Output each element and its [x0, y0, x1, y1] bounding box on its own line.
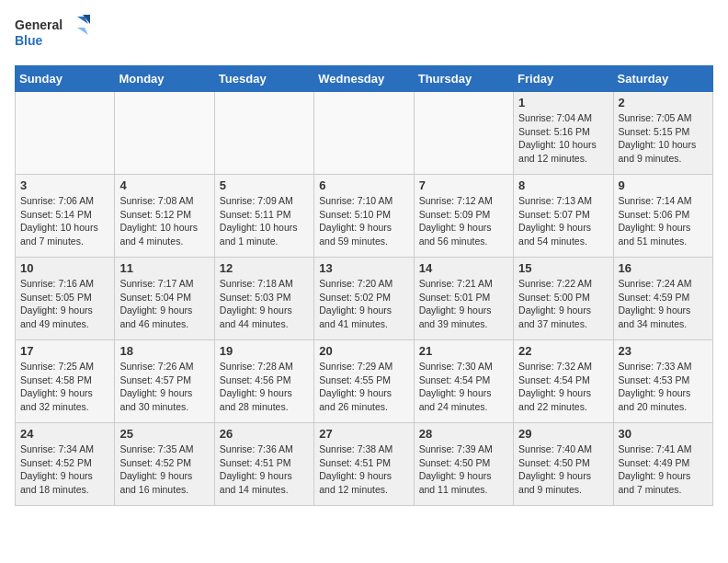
day-number: 27: [319, 427, 408, 441]
calendar-cell: [314, 92, 414, 175]
weekday-header-friday: Friday: [514, 66, 613, 92]
calendar-cell: 23Sunrise: 7:33 AM Sunset: 4:53 PM Dayli…: [613, 340, 712, 423]
day-number: 21: [419, 344, 508, 358]
calendar-cell: [414, 92, 513, 175]
calendar-cell: 2Sunrise: 7:05 AM Sunset: 5:15 PM Daylig…: [613, 92, 712, 175]
calendar-cell: 19Sunrise: 7:28 AM Sunset: 4:56 PM Dayli…: [214, 340, 313, 423]
day-number: 28: [419, 427, 508, 441]
calendar-cell: 22Sunrise: 7:32 AM Sunset: 4:54 PM Dayli…: [514, 340, 613, 423]
day-info: Sunrise: 7:41 AM Sunset: 4:49 PM Dayligh…: [619, 442, 708, 497]
calendar-cell: 7Sunrise: 7:12 AM Sunset: 5:09 PM Daylig…: [414, 175, 513, 258]
day-info: Sunrise: 7:08 AM Sunset: 5:12 PM Dayligh…: [119, 194, 209, 248]
calendar-cell: [214, 92, 313, 175]
calendar-cell: 26Sunrise: 7:36 AM Sunset: 4:51 PM Dayli…: [214, 423, 313, 506]
svg-marker-4: [77, 28, 88, 35]
day-number: 23: [619, 344, 708, 358]
day-info: Sunrise: 7:18 AM Sunset: 5:03 PM Dayligh…: [220, 277, 309, 331]
day-info: Sunrise: 7:34 AM Sunset: 4:52 PM Dayligh…: [20, 442, 109, 497]
logo-svg: General Blue: [15, 15, 97, 56]
day-info: Sunrise: 7:38 AM Sunset: 4:51 PM Dayligh…: [319, 442, 408, 497]
calendar-cell: 3Sunrise: 7:06 AM Sunset: 5:14 PM Daylig…: [16, 175, 115, 258]
page-header: General Blue: [15, 15, 713, 56]
day-number: 17: [20, 344, 109, 358]
weekday-header-wednesday: Wednesday: [314, 66, 414, 92]
weekday-header-thursday: Thursday: [414, 66, 513, 92]
calendar-cell: 24Sunrise: 7:34 AM Sunset: 4:52 PM Dayli…: [16, 423, 115, 506]
day-info: Sunrise: 7:14 AM Sunset: 5:06 PM Dayligh…: [619, 194, 708, 248]
day-info: Sunrise: 7:33 AM Sunset: 4:53 PM Dayligh…: [619, 360, 708, 414]
calendar-cell: 8Sunrise: 7:13 AM Sunset: 5:07 PM Daylig…: [514, 175, 613, 258]
calendar-cell: 9Sunrise: 7:14 AM Sunset: 5:06 PM Daylig…: [613, 175, 712, 258]
day-info: Sunrise: 7:26 AM Sunset: 4:57 PM Dayligh…: [119, 360, 209, 414]
calendar-cell: 28Sunrise: 7:39 AM Sunset: 4:50 PM Dayli…: [414, 423, 513, 506]
calendar-cell: 25Sunrise: 7:35 AM Sunset: 4:52 PM Dayli…: [115, 423, 214, 506]
calendar-cell: 5Sunrise: 7:09 AM Sunset: 5:11 PM Daylig…: [214, 175, 313, 258]
calendar-cell: 12Sunrise: 7:18 AM Sunset: 5:03 PM Dayli…: [214, 258, 313, 340]
day-info: Sunrise: 7:29 AM Sunset: 4:55 PM Dayligh…: [319, 360, 408, 414]
day-number: 16: [619, 261, 708, 275]
day-info: Sunrise: 7:04 AM Sunset: 5:16 PM Dayligh…: [518, 111, 608, 166]
calendar-cell: 29Sunrise: 7:40 AM Sunset: 4:50 PM Dayli…: [514, 423, 613, 506]
day-number: 20: [319, 344, 408, 358]
svg-text:Blue: Blue: [15, 33, 43, 48]
weekday-header-saturday: Saturday: [613, 66, 712, 92]
calendar-cell: 17Sunrise: 7:25 AM Sunset: 4:58 PM Dayli…: [16, 340, 115, 423]
day-number: 6: [319, 178, 408, 192]
calendar-cell: 15Sunrise: 7:22 AM Sunset: 5:00 PM Dayli…: [514, 258, 613, 340]
calendar-cell: 27Sunrise: 7:38 AM Sunset: 4:51 PM Dayli…: [314, 423, 414, 506]
calendar-cell: 21Sunrise: 7:30 AM Sunset: 4:54 PM Dayli…: [414, 340, 513, 423]
weekday-header-tuesday: Tuesday: [214, 66, 313, 92]
day-info: Sunrise: 7:32 AM Sunset: 4:54 PM Dayligh…: [518, 360, 608, 414]
day-number: 7: [419, 178, 508, 192]
day-info: Sunrise: 7:12 AM Sunset: 5:09 PM Dayligh…: [419, 194, 508, 248]
day-number: 5: [220, 178, 309, 192]
day-number: 22: [518, 344, 608, 358]
logo: General Blue: [15, 15, 97, 56]
day-info: Sunrise: 7:06 AM Sunset: 5:14 PM Dayligh…: [20, 194, 109, 248]
day-info: Sunrise: 7:28 AM Sunset: 4:56 PM Dayligh…: [220, 360, 309, 414]
calendar-cell: [115, 92, 214, 175]
calendar-cell: 6Sunrise: 7:10 AM Sunset: 5:10 PM Daylig…: [314, 175, 414, 258]
calendar-cell: 11Sunrise: 7:17 AM Sunset: 5:04 PM Dayli…: [115, 258, 214, 340]
day-number: 26: [220, 427, 309, 441]
day-info: Sunrise: 7:21 AM Sunset: 5:01 PM Dayligh…: [419, 277, 508, 331]
day-info: Sunrise: 7:22 AM Sunset: 5:00 PM Dayligh…: [518, 277, 608, 331]
day-info: Sunrise: 7:09 AM Sunset: 5:11 PM Dayligh…: [220, 194, 309, 248]
day-number: 15: [518, 261, 608, 275]
day-info: Sunrise: 7:39 AM Sunset: 4:50 PM Dayligh…: [419, 442, 508, 497]
day-number: 14: [419, 261, 508, 275]
day-number: 10: [20, 261, 109, 275]
calendar-cell: 1Sunrise: 7:04 AM Sunset: 5:16 PM Daylig…: [514, 92, 613, 175]
day-number: 29: [518, 427, 608, 441]
calendar-cell: 4Sunrise: 7:08 AM Sunset: 5:12 PM Daylig…: [115, 175, 214, 258]
day-info: Sunrise: 7:13 AM Sunset: 5:07 PM Dayligh…: [518, 194, 608, 248]
day-info: Sunrise: 7:30 AM Sunset: 4:54 PM Dayligh…: [419, 360, 508, 414]
calendar-cell: [16, 92, 115, 175]
day-number: 2: [619, 96, 708, 109]
calendar-cell: 13Sunrise: 7:20 AM Sunset: 5:02 PM Dayli…: [314, 258, 414, 340]
calendar-cell: 14Sunrise: 7:21 AM Sunset: 5:01 PM Dayli…: [414, 258, 513, 340]
calendar-cell: 30Sunrise: 7:41 AM Sunset: 4:49 PM Dayli…: [613, 423, 712, 506]
day-info: Sunrise: 7:05 AM Sunset: 5:15 PM Dayligh…: [619, 111, 708, 166]
calendar-table: SundayMondayTuesdayWednesdayThursdayFrid…: [15, 65, 713, 506]
weekday-header-monday: Monday: [115, 66, 214, 92]
day-info: Sunrise: 7:20 AM Sunset: 5:02 PM Dayligh…: [319, 277, 408, 331]
calendar-cell: 18Sunrise: 7:26 AM Sunset: 4:57 PM Dayli…: [115, 340, 214, 423]
day-info: Sunrise: 7:17 AM Sunset: 5:04 PM Dayligh…: [119, 277, 209, 331]
calendar-cell: 16Sunrise: 7:24 AM Sunset: 4:59 PM Dayli…: [613, 258, 712, 340]
day-info: Sunrise: 7:16 AM Sunset: 5:05 PM Dayligh…: [20, 277, 109, 331]
day-number: 30: [619, 427, 708, 441]
day-number: 13: [319, 261, 408, 275]
day-number: 11: [119, 261, 209, 275]
day-number: 24: [20, 427, 109, 441]
day-number: 19: [220, 344, 309, 358]
day-info: Sunrise: 7:25 AM Sunset: 4:58 PM Dayligh…: [20, 360, 109, 414]
day-number: 3: [20, 178, 109, 192]
day-info: Sunrise: 7:24 AM Sunset: 4:59 PM Dayligh…: [619, 277, 708, 331]
weekday-header-sunday: Sunday: [16, 66, 115, 92]
day-number: 9: [619, 178, 708, 192]
day-number: 25: [119, 427, 209, 441]
day-info: Sunrise: 7:35 AM Sunset: 4:52 PM Dayligh…: [119, 442, 209, 497]
svg-text:General: General: [15, 17, 63, 32]
day-number: 4: [119, 178, 209, 192]
